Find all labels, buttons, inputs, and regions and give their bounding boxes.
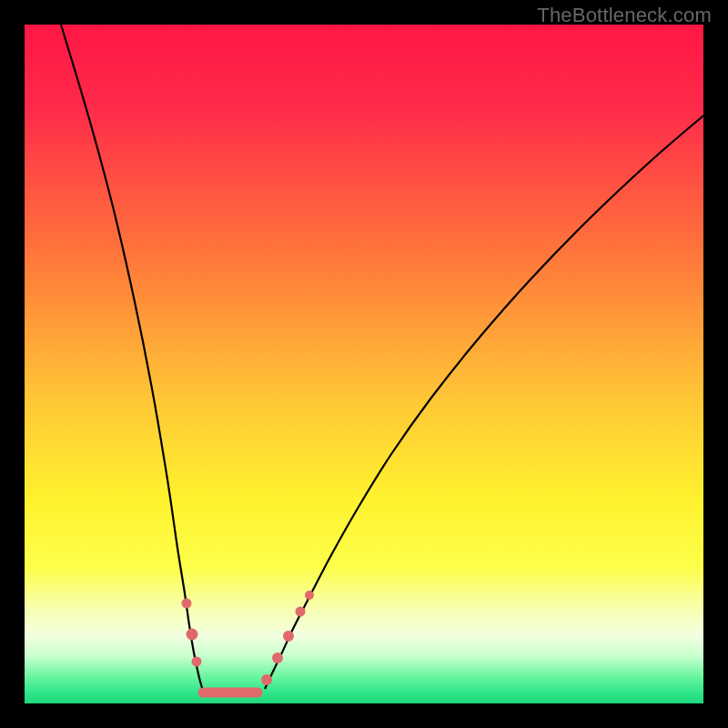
marker-dot xyxy=(182,599,192,609)
series-left-arm xyxy=(61,25,203,691)
plot-area xyxy=(25,25,703,703)
watermark-text: TheBottleneck.com xyxy=(537,4,712,27)
marker-dot xyxy=(296,607,306,617)
chart-frame: TheBottleneck.com xyxy=(0,0,728,728)
marker-dot xyxy=(192,657,202,667)
marker-dot xyxy=(187,629,198,641)
marker-dot xyxy=(261,674,272,685)
series-right-arm xyxy=(265,116,703,689)
curve-layer xyxy=(25,25,703,703)
marker-dot xyxy=(305,591,314,600)
marker-dot xyxy=(283,631,294,642)
marker-dot xyxy=(272,652,283,663)
